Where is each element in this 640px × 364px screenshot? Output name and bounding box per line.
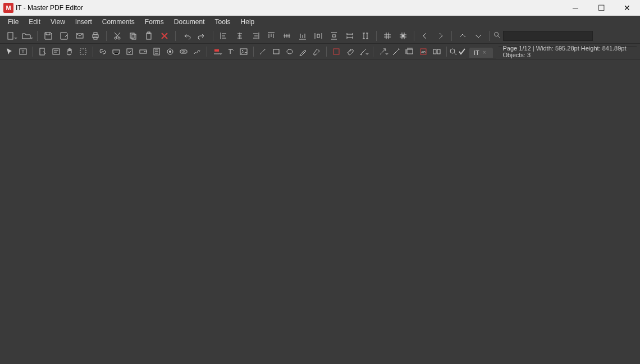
align-middle-icon[interactable]: [280, 30, 294, 42]
close-button[interactable]: ✕: [614, 0, 640, 16]
menu-edit[interactable]: Edit: [24, 17, 45, 27]
pointer-tool[interactable]: [3, 45, 16, 58]
grid-icon[interactable]: [380, 30, 395, 42]
new-doc-button[interactable]: [3, 30, 18, 42]
align-right-icon[interactable]: [248, 30, 263, 42]
up-button[interactable]: [455, 30, 470, 42]
svg-rect-18: [113, 50, 120, 53]
distribute-v-icon[interactable]: [327, 30, 341, 42]
cut-button[interactable]: [110, 30, 125, 42]
combobox-tool[interactable]: [137, 45, 149, 58]
svg-rect-3: [94, 33, 97, 35]
save-as-button[interactable]: [57, 30, 71, 42]
maximize-button[interactable]: ☐: [588, 0, 614, 16]
search-input[interactable]: [503, 31, 593, 41]
align-bottom-icon[interactable]: [295, 30, 310, 42]
svg-rect-29: [273, 49, 279, 54]
insert-text-tool[interactable]: T: [224, 45, 236, 58]
next-page-button[interactable]: [433, 30, 448, 42]
svg-text:T: T: [22, 49, 25, 54]
svg-rect-9: [147, 33, 151, 39]
redo-button[interactable]: [195, 30, 209, 42]
hand-tool[interactable]: [63, 45, 76, 58]
doc-tab-close-icon[interactable]: ×: [483, 49, 486, 56]
textfield-tool[interactable]: [110, 45, 122, 58]
attach-tool[interactable]: [344, 45, 356, 58]
menu-comments[interactable]: Comments: [98, 17, 139, 27]
minimize-button[interactable]: ─: [563, 0, 588, 16]
svg-rect-32: [407, 49, 413, 54]
svg-point-37: [450, 49, 455, 53]
paste-button[interactable]: [141, 30, 156, 42]
menu-insert[interactable]: Insert: [71, 17, 97, 27]
email-button[interactable]: [72, 30, 87, 42]
line-tool[interactable]: [257, 45, 269, 58]
stamp-tool[interactable]: [357, 45, 369, 58]
radio-tool[interactable]: [164, 45, 176, 58]
measure-line-tool[interactable]: [390, 45, 403, 58]
open-button[interactable]: [19, 30, 34, 42]
text-tool[interactable]: T: [17, 45, 29, 58]
app-logo: M: [3, 3, 13, 13]
button-tool[interactable]: OK: [177, 45, 190, 58]
measure-area-tool[interactable]: AB: [417, 45, 429, 58]
menu-help[interactable]: Help: [236, 17, 259, 27]
link-tool[interactable]: [97, 45, 109, 58]
sign-tool[interactable]: [450, 45, 465, 58]
menu-document[interactable]: Document: [170, 17, 209, 27]
doc-tab-active[interactable]: IT ×: [469, 48, 493, 58]
snap-icon[interactable]: [396, 30, 410, 42]
zoom-tool[interactable]: [449, 45, 458, 58]
pencil-tool[interactable]: [297, 45, 309, 58]
undo-button[interactable]: [179, 30, 194, 42]
check-tool[interactable]: [458, 45, 467, 58]
note-tool[interactable]: [330, 45, 342, 58]
menu-view[interactable]: View: [46, 17, 70, 27]
menu-forms[interactable]: Forms: [140, 17, 168, 27]
menu-bar: File Edit View Insert Comments Forms Doc…: [0, 16, 640, 28]
checkbox-tool[interactable]: [124, 45, 136, 58]
align-top-icon[interactable]: [264, 30, 278, 42]
svg-text:T: T: [228, 48, 232, 55]
edit-form-tool[interactable]: [50, 45, 62, 58]
signature-tool[interactable]: [191, 45, 203, 58]
listbox-tool[interactable]: [150, 45, 163, 58]
search-icon: [493, 31, 501, 40]
distribute-h-icon[interactable]: [311, 30, 326, 42]
toolbar-main: [0, 28, 640, 44]
arrow-tool[interactable]: [377, 45, 389, 58]
select-area-tool[interactable]: [77, 45, 89, 58]
svg-point-28: [242, 50, 243, 51]
same-height-icon[interactable]: [358, 30, 373, 42]
print-button[interactable]: [88, 30, 103, 42]
down-button[interactable]: [471, 30, 486, 42]
align-left-icon[interactable]: [217, 30, 231, 42]
menu-tools[interactable]: Tools: [211, 17, 235, 27]
rect-tool[interactable]: [270, 45, 282, 58]
svg-rect-36: [437, 49, 440, 54]
svg-point-5: [115, 37, 117, 39]
initials-tool[interactable]: [431, 45, 443, 58]
highlight-tool[interactable]: [211, 45, 223, 58]
svg-rect-17: [80, 49, 86, 54]
toolbar-tools: T OK T AB IT ×: [0, 44, 640, 59]
copy-button[interactable]: [126, 30, 140, 42]
svg-rect-15: [40, 48, 44, 55]
save-button[interactable]: [41, 30, 56, 42]
svg-point-30: [287, 49, 292, 54]
svg-rect-0: [8, 33, 13, 39]
svg-point-12: [495, 33, 499, 36]
delete-button[interactable]: [157, 30, 172, 42]
menu-file[interactable]: File: [3, 17, 23, 27]
align-center-h-icon[interactable]: [232, 30, 247, 42]
prev-page-button[interactable]: [418, 30, 432, 42]
svg-rect-19: [127, 49, 132, 54]
eraser-tool[interactable]: [310, 45, 323, 58]
same-width-icon[interactable]: [342, 30, 357, 42]
svg-rect-16: [53, 49, 60, 54]
measure-rect-tool[interactable]: [404, 45, 416, 58]
edit-doc-tool[interactable]: [36, 45, 49, 58]
insert-image-tool[interactable]: [237, 45, 250, 58]
ellipse-tool[interactable]: [284, 45, 296, 58]
svg-rect-20: [140, 50, 147, 53]
